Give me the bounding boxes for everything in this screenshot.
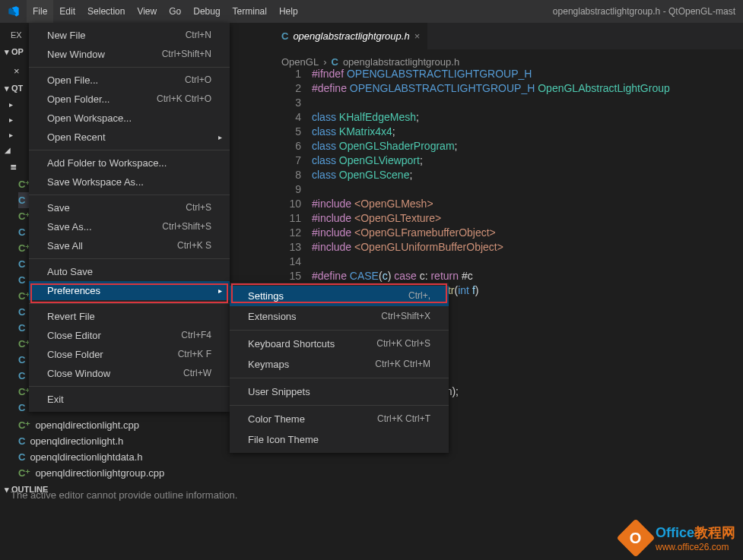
crumb-seg[interactable]: openglabstractlightgroup.h (343, 56, 459, 68)
crumb-sep-icon: › (323, 56, 326, 68)
watermark-url: www.office26.com (656, 542, 735, 552)
menu-item-save-workspace-as-[interactable]: Save Workspace As... (29, 172, 230, 191)
tab-bar: C openglabstractlightgroup.h × (274, 23, 743, 49)
tab-title: openglabstractlightgroup.h (293, 30, 409, 42)
menu-item-add-folder-to-workspace-[interactable]: Add Folder to Workspace... (29, 153, 230, 172)
office-logo-icon: O (617, 519, 656, 558)
menu-item-save-all[interactable]: Save AllCtrl+K S (29, 236, 230, 255)
explorer-header: EX (11, 30, 22, 40)
menu-item-close-window[interactable]: Close WindowCtrl+W (29, 364, 230, 383)
menu-item-preferences[interactable]: Preferences▸ (29, 281, 230, 300)
menu-item-new-window[interactable]: New WindowCtrl+Shift+N (29, 45, 230, 64)
menu-item-new-file[interactable]: New FileCtrl+N (29, 26, 230, 45)
file-item[interactable]: Copenqldirectionlightdata.h (18, 451, 143, 463)
outline-empty-msg: The active editor cannot provide outline… (11, 489, 269, 501)
editor-tab[interactable]: C openglabstractlightgroup.h × (274, 23, 428, 49)
menu-edit[interactable]: Edit (53, 0, 81, 23)
submenu-item-user-snippets[interactable]: User Snippets (230, 381, 449, 402)
menu-file[interactable]: File (27, 0, 53, 23)
close-tab-icon[interactable]: × (414, 30, 421, 42)
tree-chevron-icon[interactable]: ▸ (9, 100, 13, 109)
vscode-logo-icon (0, 5, 27, 17)
menu-item-revert-file[interactable]: Revert File (29, 307, 230, 326)
preferences-submenu: SettingsCtrl+,ExtensionsCtrl+Shift+XKeyb… (230, 283, 449, 453)
menu-item-save-as-[interactable]: Save As...Ctrl+Shift+S (29, 217, 230, 236)
file-item[interactable]: Copenqldirectionlight.h (18, 435, 123, 447)
menu-item-close-folder[interactable]: Close FolderCtrl+K F (29, 345, 230, 364)
file-item[interactable]: C⁺openqldirectionlight.cpp (18, 419, 139, 431)
window-title: openglabstractlightgroup.h - QtOpenGL-ma… (553, 6, 743, 17)
submenu-item-settings[interactable]: SettingsCtrl+, (230, 286, 449, 306)
menu-bar: FileEditSelectionViewGoDebugTerminalHelp (27, 0, 304, 23)
menu-go[interactable]: Go (163, 0, 187, 23)
menu-debug[interactable]: Debug (187, 0, 226, 23)
file-menu-dropdown: New FileCtrl+NNew WindowCtrl+Shift+NOpen… (29, 23, 230, 412)
c-file-icon: C (332, 56, 338, 68)
watermark: O Office教程网 www.office26.com (622, 524, 735, 552)
menu-item-save[interactable]: SaveCtrl+S (29, 198, 230, 217)
menu-selection[interactable]: Selection (81, 0, 131, 23)
menu-item-open-file-[interactable]: Open File...Ctrl+O (29, 71, 230, 90)
menu-item-auto-save[interactable]: Auto Save (29, 262, 230, 281)
close-editor-icon[interactable]: × (14, 65, 20, 77)
menu-help[interactable]: Help (273, 0, 304, 23)
menu-view[interactable]: View (131, 0, 163, 23)
menu-item-exit[interactable]: Exit (29, 390, 230, 409)
submenu-item-file-icon-theme[interactable]: File Icon Theme (230, 429, 449, 450)
crumb-seg[interactable]: OpenGL (281, 56, 319, 68)
submenu-item-extensions[interactable]: ExtensionsCtrl+Shift+X (230, 306, 449, 327)
tree-chevron-icon[interactable]: ▸ (9, 115, 13, 124)
menu-item-open-recent[interactable]: Open Recent▸ (29, 128, 230, 147)
file-item[interactable]: C⁺openqldirectionlightgroup.cpp (18, 467, 164, 479)
submenu-item-keymaps[interactable]: KeymapsCtrl+K Ctrl+M (230, 354, 449, 375)
menu-item-close-editor[interactable]: Close EditorCtrl+F4 (29, 326, 230, 345)
tree-chevron-icon[interactable]: ◢ (5, 146, 11, 154)
watermark-text: 教程网 (694, 525, 735, 540)
submenu-item-color-theme[interactable]: Color ThemeCtrl+K Ctrl+T (230, 409, 449, 429)
menu-terminal[interactable]: Terminal (227, 0, 273, 23)
line-icon: ≡ (11, 161, 17, 172)
title-bar: FileEditSelectionViewGoDebugTerminalHelp… (0, 0, 743, 23)
tree-chevron-icon[interactable]: ▸ (9, 131, 13, 139)
c-file-icon: C (281, 30, 288, 42)
submenu-item-keyboard-shortcuts[interactable]: Keyboard ShortcutsCtrl+K Ctrl+S (230, 334, 449, 354)
open-editors-label[interactable]: ▾ OP (5, 47, 24, 57)
menu-item-open-workspace-[interactable]: Open Workspace... (29, 109, 230, 128)
folder-label[interactable]: ▾ QT (5, 84, 23, 93)
watermark-text: Office (656, 525, 694, 540)
menu-item-open-folder-[interactable]: Open Folder...Ctrl+K Ctrl+O (29, 90, 230, 109)
